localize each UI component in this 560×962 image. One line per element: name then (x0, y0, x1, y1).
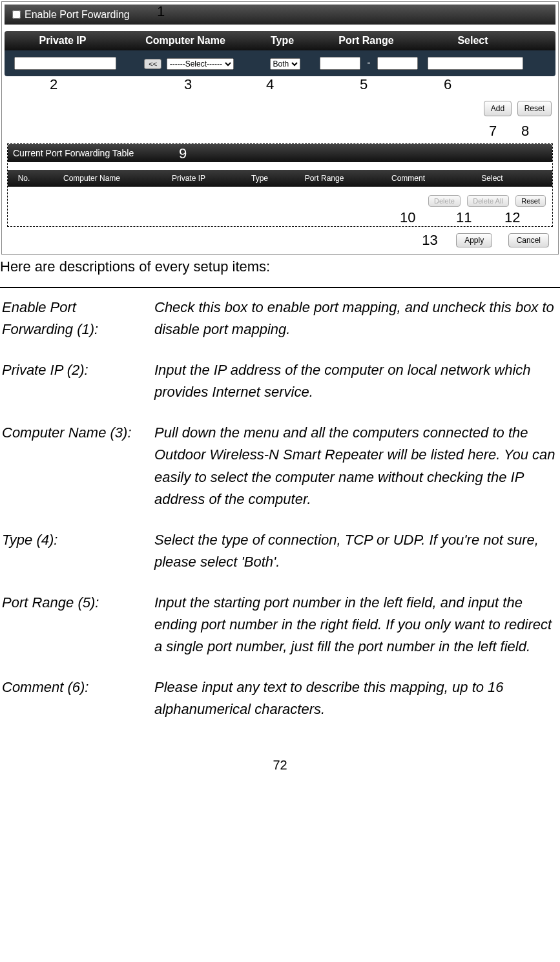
table-callout-row: 10 11 12 (8, 209, 552, 226)
desc-text-cell: Input the starting port number in the le… (154, 591, 559, 674)
header-private-ip: Private IP (5, 35, 121, 47)
header-port-range: Port Range (315, 35, 418, 47)
callout-5: 5 (360, 76, 368, 93)
form-input-row: << ------Select------ Both - (5, 50, 555, 76)
desc-text-cell: Select the type of connection, TCP or UD… (154, 528, 559, 590)
desc-term: Type (4): (1, 528, 152, 590)
desc-term: Private IP (2): (1, 359, 152, 420)
desc-row: Private IP (2): Input the IP address of … (1, 359, 559, 420)
callout-3: 3 (184, 76, 192, 93)
table-buttons-row: Delete Delete All Reset (8, 187, 552, 209)
comment-input[interactable] (428, 57, 523, 70)
page-number: 72 (0, 738, 560, 786)
hr-line (0, 287, 560, 288)
enable-port-forwarding-row: Enable Port Fowarding (5, 5, 555, 25)
desc-term: Port Range (5): (1, 591, 152, 674)
callout-6: 6 (444, 76, 451, 93)
desc-row: Comment (6): Please input any text to de… (1, 676, 559, 737)
description-intro: Here are descriptions of every setup ite… (0, 256, 560, 275)
callout-12: 12 (504, 209, 520, 226)
desc-text-cell: Pull down the menu and all the computers… (154, 421, 559, 527)
th-ip: Private IP (143, 174, 234, 183)
desc-text-cell: Please input any text to describe this m… (154, 676, 559, 737)
callout-9: 9 (179, 145, 187, 162)
descriptions-table: Enable Port Forwarding (1): Check this b… (0, 295, 560, 738)
header-select: Select (418, 35, 528, 47)
th-select: Select (453, 174, 531, 183)
add-reset-row: Add Reset (5, 94, 555, 123)
enable-checkbox[interactable] (12, 10, 21, 19)
form-callout-row: 2 3 4 5 6 (5, 76, 555, 94)
callout-11: 11 (456, 209, 472, 226)
type-select[interactable]: Both (270, 58, 300, 70)
reset-button-top[interactable]: Reset (517, 101, 552, 116)
delete-button[interactable]: Delete (428, 195, 461, 207)
th-comment: Comment (363, 174, 453, 183)
enable-label: Enable Port Fowarding (25, 9, 130, 21)
port-start-input[interactable] (320, 57, 360, 70)
add-reset-callout-row: 7 8 (5, 123, 555, 141)
th-name: Computer Name (40, 174, 143, 183)
th-range: Port Range (285, 174, 363, 183)
desc-row: Enable Port Forwarding (1): Check this b… (1, 296, 559, 357)
reset-button-table[interactable]: Reset (515, 195, 546, 207)
table-title: Current Port Forwarding Table (13, 148, 134, 158)
apply-button[interactable]: Apply (456, 233, 492, 247)
desc-term: Enable Port Forwarding (1): (1, 296, 152, 357)
port-forwarding-panel: Enable Port Fowarding 1 Private IP Compu… (1, 1, 559, 255)
port-end-input[interactable] (377, 57, 418, 70)
callout-2: 2 (50, 76, 57, 93)
callout-8: 8 (521, 123, 529, 140)
callout-1: 1 (157, 3, 165, 20)
desc-row: Port Range (5): Input the starting port … (1, 591, 559, 674)
cancel-button[interactable]: Cancel (508, 233, 549, 247)
desc-text-cell: Check this box to enable port mapping, a… (154, 296, 559, 357)
port-dash: - (367, 57, 370, 68)
callout-4: 4 (266, 76, 274, 93)
apply-cancel-row: 13 Apply Cancel (5, 229, 555, 251)
table-title-bar: Current Port Forwarding Table 9 (8, 144, 552, 162)
fill-ip-button[interactable]: << (144, 59, 161, 69)
table-header-row: No. Computer Name Private IP Type Port R… (8, 170, 552, 187)
callout-13: 13 (422, 232, 437, 249)
private-ip-input[interactable] (14, 57, 116, 70)
desc-text-cell: Input the IP address of the computer on … (154, 359, 559, 420)
current-table-frame: Current Port Forwarding Table 9 No. Comp… (7, 143, 553, 227)
desc-term: Computer Name (3): (1, 421, 152, 527)
desc-row: Type (4): Select the type of connection,… (1, 528, 559, 590)
th-no: No. (8, 174, 40, 183)
add-button[interactable]: Add (484, 101, 512, 116)
delete-all-button[interactable]: Delete All (467, 195, 508, 207)
callout-7: 7 (489, 123, 497, 140)
desc-term: Comment (6): (1, 676, 152, 737)
callout-10: 10 (400, 209, 415, 226)
form-header-bar: Private IP Computer Name Type Port Range… (5, 31, 555, 50)
desc-row: Computer Name (3): Pull down the menu an… (1, 421, 559, 527)
header-type: Type (250, 35, 315, 47)
header-computer-name: Computer Name (121, 35, 250, 47)
th-type: Type (234, 174, 285, 183)
computer-name-select[interactable]: ------Select------ (167, 58, 234, 70)
